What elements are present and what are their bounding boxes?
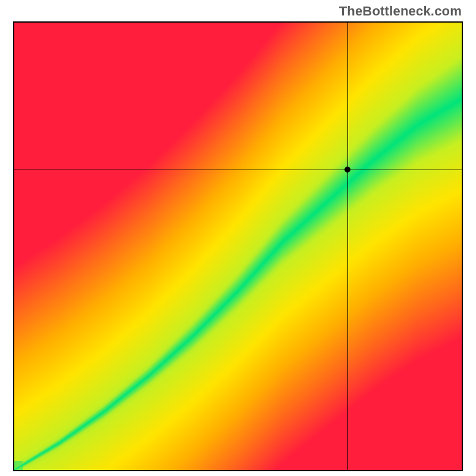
heatmap-canvas	[14, 23, 462, 470]
marker-dot	[345, 167, 350, 173]
crosshair-horizontal	[14, 170, 462, 170]
heatmap-plot	[13, 21, 463, 471]
watermark-text: TheBottleneck.com	[339, 4, 462, 19]
crosshair-vertical	[347, 23, 348, 470]
